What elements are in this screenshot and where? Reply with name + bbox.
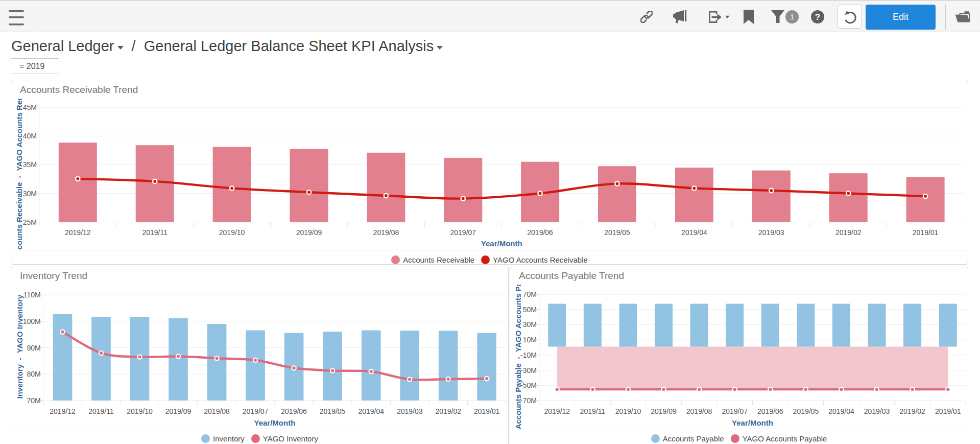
svg-text:110M: 110M [23,291,41,299]
svg-text:2019/11: 2019/11 [580,407,606,415]
svg-text:-70M: -70M [520,396,537,405]
svg-text:2019/10: 2019/10 [127,407,153,415]
svg-text:2019/07: 2019/07 [450,228,476,237]
svg-text:-30M: -30M [520,366,537,375]
svg-text:Accounts Payable - YAGO Acco: Accounts Payable - YAGO Accounts Payable [514,267,522,429]
svg-text:2019/06: 2019/06 [281,407,307,415]
svg-text:70M: 70M [523,290,537,298]
svg-text:2019/04: 2019/04 [681,228,707,237]
svg-text:2019/06: 2019/06 [527,228,553,237]
svg-text:35M: 35M [23,160,37,169]
svg-text:2019/08: 2019/08 [373,228,399,237]
svg-text:2019/09: 2019/09 [296,228,322,237]
svg-text:50M: 50M [523,306,537,314]
svg-text:2019/07: 2019/07 [722,407,748,415]
svg-text:2019/12: 2019/12 [65,228,91,237]
svg-text:2019/07: 2019/07 [243,407,269,415]
svg-text:10M: 10M [523,336,537,344]
svg-text:2019/01: 2019/01 [913,228,939,237]
svg-text:2019/12: 2019/12 [50,407,76,415]
svg-text:2019/08: 2019/08 [686,407,712,415]
svg-text:Inventory - YAGO Inventory: Inventory - YAGO Inventory [15,294,24,399]
svg-text:2019/04: 2019/04 [358,407,384,415]
svg-text:?: ? [815,12,820,22]
svg-text:2019/09: 2019/09 [165,407,192,415]
svg-text:2019/01: 2019/01 [935,407,961,415]
svg-text:Year/Month: Year/Month [481,239,522,248]
svg-text:2019/06: 2019/06 [757,407,783,415]
svg-text:2019/02: 2019/02 [899,407,925,415]
svg-text:40M: 40M [23,132,37,140]
svg-text:2019/05: 2019/05 [793,407,819,415]
svg-text:2019/03: 2019/03 [758,228,784,237]
svg-text:Year/Month: Year/Month [732,418,773,427]
svg-text:2019/02: 2019/02 [835,228,862,237]
svg-text:Accounts Receivable - YAGO A: Accounts Receivable - YAGO Accounts Rece… [15,81,23,250]
svg-text:-50M: -50M [520,381,537,389]
svg-text:30M: 30M [523,320,537,329]
svg-text:2019/11: 2019/11 [88,407,114,415]
svg-text:90M: 90M [27,344,40,352]
svg-text:-10M: -10M [520,351,537,359]
svg-text:2019/04: 2019/04 [828,407,854,415]
svg-text:2019/03: 2019/03 [864,407,890,415]
svg-text:2019/01: 2019/01 [474,407,500,415]
svg-text:2019/10: 2019/10 [219,228,245,237]
svg-text:2019/10: 2019/10 [615,407,641,415]
svg-text:25M: 25M [23,218,37,226]
svg-text:45M: 45M [23,103,37,111]
svg-text:100M: 100M [23,317,41,325]
svg-text:30M: 30M [23,190,37,198]
svg-text:2019/08: 2019/08 [204,407,230,415]
svg-text:2019/05: 2019/05 [320,407,346,415]
svg-text:80M: 80M [27,370,40,378]
svg-text:Year/Month: Year/Month [254,418,295,427]
svg-text:1: 1 [790,13,794,21]
svg-text:2019/02: 2019/02 [435,407,461,415]
svg-text:2019/05: 2019/05 [604,228,630,237]
svg-text:2019/11: 2019/11 [142,228,168,237]
svg-text:2019/12: 2019/12 [544,407,570,415]
svg-text:2019/03: 2019/03 [397,407,423,415]
svg-text:70M: 70M [27,396,40,405]
svg-text:2019/09: 2019/09 [651,407,677,415]
